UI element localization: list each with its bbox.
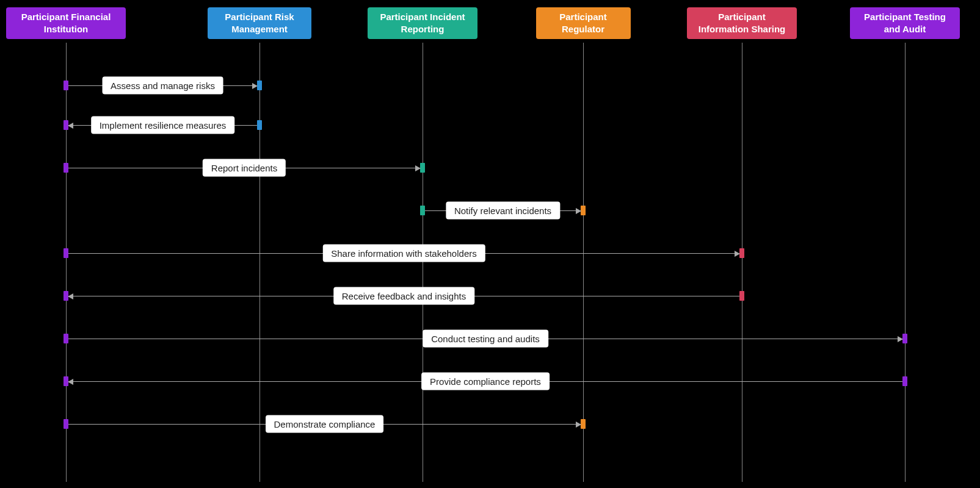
activation-ta-6 bbox=[902, 334, 907, 343]
message-label-8: Demonstrate compliance bbox=[266, 415, 384, 433]
message-label-2: Report incidents bbox=[203, 159, 286, 177]
activation-fi-8 bbox=[64, 419, 68, 429]
activation-fi-6 bbox=[64, 334, 68, 343]
activation-ir-2 bbox=[420, 163, 425, 173]
message-label-6: Conduct testing and audits bbox=[423, 330, 548, 348]
participant-ir: Participant IncidentReporting bbox=[368, 7, 477, 39]
activation-ir-3 bbox=[420, 206, 425, 215]
message-label-5: Receive feedback and insights bbox=[333, 287, 474, 305]
lifeline-is bbox=[742, 43, 742, 482]
activation-fi-2 bbox=[64, 163, 68, 173]
participant-reg: ParticipantRegulator bbox=[536, 7, 631, 39]
lifeline-ta bbox=[905, 43, 906, 482]
message-label-3: Notify relevant incidents bbox=[446, 202, 560, 220]
activation-rm-1 bbox=[257, 120, 262, 130]
activation-reg-3 bbox=[581, 206, 586, 215]
activation-rm-0 bbox=[257, 81, 262, 90]
participant-ta: Participant Testingand Audit bbox=[850, 7, 960, 39]
lifeline-reg bbox=[583, 43, 584, 482]
message-label-4: Share information with stakeholders bbox=[322, 245, 485, 262]
participant-is: ParticipantInformation Sharing bbox=[687, 7, 797, 39]
activation-fi-0 bbox=[64, 81, 68, 90]
activation-is-4 bbox=[739, 248, 744, 258]
lifeline-rm bbox=[260, 43, 260, 482]
activation-is-5 bbox=[739, 291, 744, 301]
activation-fi-4 bbox=[64, 248, 68, 258]
message-label-1: Implement resilience measures bbox=[91, 117, 235, 134]
participant-fi: Participant FinancialInstitution bbox=[6, 7, 126, 39]
participant-rm: Participant RiskManagement bbox=[208, 7, 311, 39]
activation-reg-8 bbox=[581, 419, 586, 429]
message-label-7: Provide compliance reports bbox=[421, 373, 550, 390]
activation-ta-7 bbox=[902, 376, 907, 386]
lifeline-ir bbox=[423, 43, 423, 482]
lifeline-fi bbox=[66, 43, 67, 482]
message-label-0: Assess and manage risks bbox=[102, 77, 223, 95]
